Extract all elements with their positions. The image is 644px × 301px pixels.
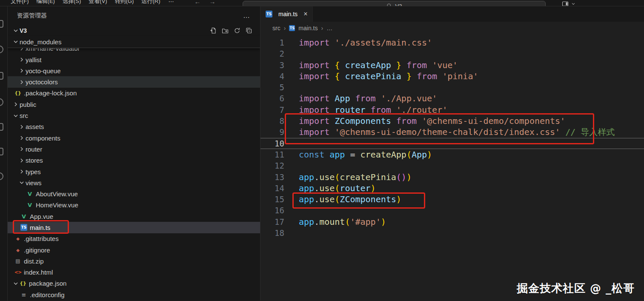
code-line-16[interactable]: 16 [260,205,644,216]
code-token: '@chenms-ui-demo/components' [422,116,565,126]
explorer-sidebar: 资源管理器 … V3 [8,6,260,301]
code-line-15[interactable]: 15app.use(ZComponents) [260,194,644,205]
breadcrumb-item-main-ts[interactable]: main.ts [298,25,318,32]
breadcrumb-more[interactable]: … [326,25,332,32]
new-folder-button[interactable] [222,27,229,34]
forward-button[interactable]: → [205,0,220,5]
chevron-down-icon [18,179,26,186]
activity-bar-icon[interactable] [0,98,3,106]
tree-item-src[interactable]: src [8,110,260,121]
menu-item-1[interactable]: 编辑(E) [33,0,59,5]
json-file-icon: {} [20,280,26,287]
code-token: createPinia [345,71,401,81]
tree-item-label: .editorconfig [30,291,65,298]
code-token: createPinia [340,172,396,182]
tree-item-HomeView.vue[interactable]: VHomeView.vue [8,200,260,211]
activity-bar-icon[interactable] [0,20,3,28]
tree-item-main.ts[interactable]: TSmain.ts [8,222,260,233]
section-header-v3[interactable]: V3 [8,25,260,36]
code-line-4[interactable]: 4import { createPinia } from 'pinia' [260,71,644,82]
code-line-13[interactable]: 13app.use(createPinia()) [260,172,644,183]
menu-overflow-button[interactable]: ⋯ [164,0,178,5]
tree-item-App.vue[interactable]: VApp.vue [8,211,260,222]
tree-item-stores[interactable]: stores [8,155,260,166]
close-tab-icon[interactable]: × [303,10,307,18]
menu-item-5[interactable]: 运行(R) [137,0,164,5]
tree-item-label: .package-lock.json [24,89,77,97]
tree-item-label: router [26,146,42,153]
tree-item-.gitattributes[interactable]: ◆.gitattributes [8,233,260,244]
tree-item-yallist[interactable]: yallist [8,54,260,65]
code-token: { [335,71,340,81]
code-line-3[interactable]: 3import { createApp } from 'vue' [260,60,644,71]
activity-bar-icon[interactable] [0,123,3,131]
menu-item-0[interactable]: 文件(F) [7,0,33,5]
code-line-9[interactable]: 9import '@chenms-ui-demo/theme-chalk/dis… [260,126,644,138]
code-line-7[interactable]: 7import router from './router' [260,104,644,115]
code-line-17[interactable]: 17app.mount('#app') [260,216,644,227]
chevron-down-icon[interactable] [571,1,576,6]
tree-item-.editorconfig[interactable]: ≡.editorconfig [8,289,260,300]
code-line-8[interactable]: 8import ZComponents from '@chenms-ui-dem… [260,115,644,126]
code-token: from [371,105,391,115]
tree-item-label: main.ts [30,224,50,231]
activity-bar-icon[interactable] [0,148,3,155]
code-line-14[interactable]: 14app.use(router) [260,183,644,194]
tree-item-index.html[interactable]: <>index.html [8,267,260,278]
activity-bar-icon[interactable] [0,72,3,80]
tree-item-components[interactable]: components [8,132,260,143]
tree-item-.gitignore[interactable]: ◆.gitignore [8,244,260,255]
tree-item-.package-lock.json[interactable]: {}.package-lock.json [8,88,260,99]
activity-bar-icon[interactable] [0,172,3,180]
tree-item-label: yallist [26,56,42,63]
tree-item-xml-name-validator[interactable]: xml-name-validator [8,48,260,54]
layout-panel-icon[interactable] [562,0,569,6]
tree-item-dist.zip[interactable]: ▤dist.zip [8,255,260,267]
code-token: ( [345,217,350,227]
code-line-18[interactable]: 18 [260,227,644,238]
code-token: '#app' [350,217,381,227]
vue-file-icon: V [20,213,27,220]
tree-item-types[interactable]: types [8,166,260,177]
activity-bar-icon[interactable] [0,46,3,53]
breadcrumb-item-src[interactable]: src [272,25,280,32]
code-line-11[interactable]: 11const app = createApp(App) [260,149,644,160]
back-button[interactable]: ← [190,0,205,5]
line-number: 9 [260,126,284,138]
tree-item-label: App.vue [30,213,53,220]
code-line-1[interactable]: 1import './assets/main.css' [260,37,644,48]
collapse-all-button[interactable] [246,27,252,34]
tree-item-AboutView.vue[interactable]: VAboutView.vue [8,188,260,199]
sidebar-more-button[interactable]: … [243,12,251,20]
tab-main-ts[interactable]: TS main.ts × [260,6,313,22]
code-line-12[interactable]: 12 [260,160,644,171]
refresh-button[interactable] [234,27,240,34]
tree-item-node_modules[interactable]: node_modules [8,36,260,47]
code-line-10[interactable]: 10 [260,138,644,149]
tab-label: main.ts [278,11,298,17]
code-line-5[interactable]: 5 [260,82,644,93]
tree-item-package.json[interactable]: {}package.json [8,278,260,289]
menu-item-4[interactable]: 转到(G) [111,0,138,5]
code-token: ( [335,183,340,193]
code-line-2[interactable]: 2 [260,48,644,59]
chevron-right-icon [18,79,26,86]
code-token: mount [319,217,345,227]
code-token [427,60,432,70]
tree-item-assets[interactable]: assets [8,121,260,132]
new-file-button[interactable] [210,27,217,34]
command-center-search[interactable]: V3 [243,1,546,6]
tree-item-yoctocolors[interactable]: yoctocolors [8,76,260,87]
code-editor[interactable]: 1import './assets/main.css'23import { cr… [260,34,644,301]
menu-item-2[interactable]: 选择(S) [59,0,85,5]
code-line-text: import { createApp } from 'vue' [284,60,458,71]
tree-item-views[interactable]: views [8,177,260,188]
tree-item-yocto-queue[interactable]: yocto-queue [8,65,260,76]
code-line-6[interactable]: 6import App from './App.vue' [260,93,644,104]
code-token: from [396,116,417,126]
tree-item-public[interactable]: public [8,99,260,110]
tree-item-label: public [20,101,36,108]
menu-item-3[interactable]: 查看(V) [85,0,111,5]
tree-item-router[interactable]: router [8,143,260,155]
code-token: from [417,71,437,81]
